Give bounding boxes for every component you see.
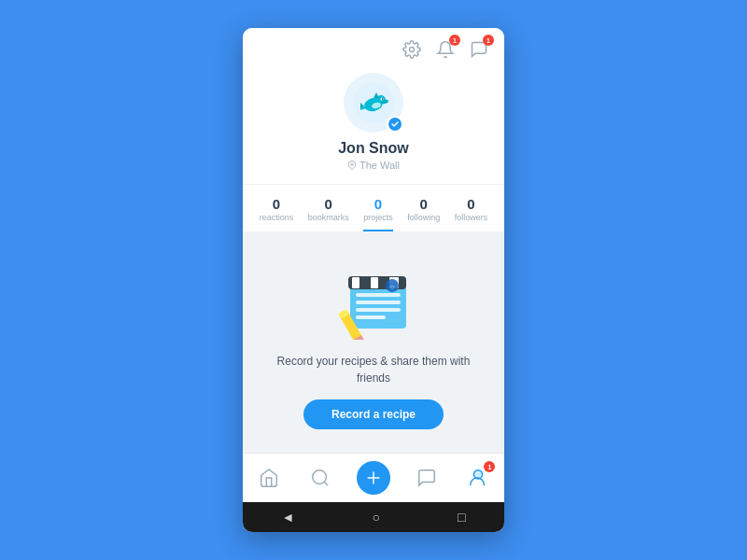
followers-count: 0	[467, 196, 474, 212]
stat-projects[interactable]: 0 projects	[363, 196, 393, 231]
stat-reactions[interactable]: 0 reactions	[260, 196, 294, 231]
following-label: following	[407, 213, 440, 222]
empty-state-text: Record your recipes & share them with fr…	[261, 353, 486, 386]
dolphin-avatar-icon	[353, 82, 394, 123]
svg-rect-13	[356, 315, 386, 319]
stat-followers[interactable]: 0 followers	[455, 196, 488, 231]
notifications-badge: 1	[449, 35, 460, 46]
svg-rect-16	[361, 277, 369, 288]
chat-icon	[416, 468, 437, 488]
nav-home[interactable]	[254, 463, 284, 493]
profile-section: Jon Snow The Wall	[243, 65, 504, 184]
bookmarks-count: 0	[325, 196, 332, 212]
settings-icon	[402, 40, 421, 59]
search-icon	[310, 468, 331, 488]
svg-rect-17	[371, 277, 378, 288]
projects-count: 0	[374, 196, 382, 212]
profile-location: The Wall	[347, 160, 400, 171]
android-bar: ◄ ○ □	[243, 502, 504, 532]
svg-point-0	[410, 48, 415, 52]
followers-label: followers	[455, 213, 488, 222]
stat-bookmarks[interactable]: 0 bookmarks	[308, 196, 349, 231]
nav-chat[interactable]	[412, 463, 442, 493]
header-icons: 1 1	[243, 28, 504, 65]
svg-rect-15	[352, 277, 359, 288]
settings-button[interactable]	[400, 37, 424, 62]
home-icon	[259, 468, 279, 488]
android-home-button[interactable]: ○	[372, 510, 379, 525]
reactions-label: reactions	[260, 213, 294, 222]
svg-line-28	[324, 482, 328, 485]
svg-point-8	[351, 163, 354, 166]
svg-rect-11	[356, 301, 401, 304]
nav-add[interactable]	[357, 461, 390, 495]
android-back-button[interactable]: ◄	[282, 510, 295, 525]
messages-button[interactable]: 1	[467, 37, 491, 62]
avatar-wrapper	[344, 73, 403, 133]
clapperboard-illustration: ○	[322, 256, 425, 340]
top-section: 1 1	[243, 28, 504, 231]
svg-rect-10	[356, 293, 401, 297]
svg-rect-9	[350, 284, 406, 329]
following-count: 0	[420, 196, 428, 212]
svg-point-27	[313, 470, 327, 484]
svg-rect-12	[356, 308, 401, 312]
avatar-verified-badge	[387, 116, 403, 133]
record-recipe-button[interactable]: Record a recipe	[303, 399, 444, 429]
projects-label: projects	[363, 213, 393, 222]
location-icon	[347, 161, 357, 170]
svg-text:○: ○	[390, 283, 395, 291]
svg-point-6	[382, 98, 383, 99]
android-recent-button[interactable]: □	[458, 510, 465, 525]
add-icon	[363, 468, 384, 488]
nav-search[interactable]	[305, 463, 335, 493]
nav-profile[interactable]: 1	[463, 463, 493, 493]
bottom-nav: 1	[243, 453, 504, 502]
profile-nav-badge: 1	[484, 461, 495, 472]
messages-badge: 1	[483, 35, 494, 46]
stats-row: 0 reactions 0 bookmarks 0 projects 0 fol…	[243, 184, 504, 231]
check-icon	[390, 119, 400, 129]
location-text: The Wall	[359, 160, 400, 171]
notifications-button[interactable]: 1	[433, 37, 458, 62]
content-area: ○ Record your recipes & share them with …	[243, 231, 504, 453]
recipe-illustration: ○	[322, 256, 425, 340]
reactions-count: 0	[273, 196, 280, 212]
profile-name: Jon Snow	[338, 140, 409, 157]
stat-following[interactable]: 0 following	[407, 196, 440, 231]
bookmarks-label: bookmarks	[308, 213, 349, 222]
phone-frame: 1 1	[243, 28, 504, 532]
